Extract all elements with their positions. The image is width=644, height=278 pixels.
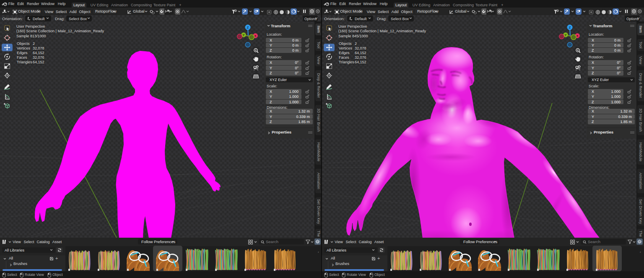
svg-text:Z: Z <box>247 26 249 29</box>
svg-text:X: X <box>576 34 579 38</box>
svg-text:Y: Y <box>242 33 245 37</box>
svg-text:Z: Z <box>569 26 571 29</box>
svg-text:X: X <box>254 34 257 38</box>
svg-text:Y: Y <box>564 33 567 37</box>
